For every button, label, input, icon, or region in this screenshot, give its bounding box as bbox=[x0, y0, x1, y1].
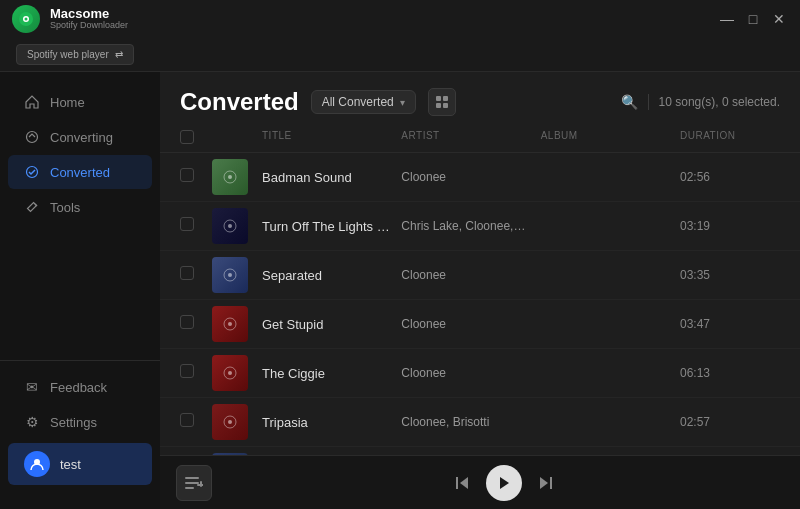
track-title-3: Separated bbox=[262, 268, 401, 283]
page-title: Converted bbox=[180, 88, 299, 116]
app-branding: Macsome Spotify Downloader bbox=[0, 5, 128, 33]
row-checkbox-col bbox=[180, 413, 212, 431]
table-row[interactable]: Turn Off The Lights - Cloone… Chris Lake… bbox=[160, 202, 800, 251]
track-artist-5: Cloonee bbox=[401, 366, 540, 380]
titlebar: Macsome Spotify Downloader — □ ✕ bbox=[0, 0, 800, 38]
track-thumb-3 bbox=[212, 257, 262, 293]
table-row[interactable]: The Ciggie Cloonee 06:13 bbox=[160, 349, 800, 398]
track-thumb-6 bbox=[212, 404, 262, 440]
track-duration-2: 03:19 bbox=[680, 219, 780, 233]
track-thumb-5 bbox=[212, 355, 262, 391]
track-thumb-2 bbox=[212, 208, 262, 244]
table-row[interactable]: Separated Cloonee 03:35 bbox=[160, 251, 800, 300]
grid-view-button[interactable] bbox=[428, 88, 456, 116]
svg-rect-26 bbox=[185, 477, 199, 479]
track-table: TITLE ARTIST ALBUM DURATION Badman Sound… bbox=[160, 124, 800, 455]
svg-marker-34 bbox=[540, 477, 548, 489]
sidebar-user[interactable]: test bbox=[8, 443, 152, 485]
webplayer-label: Spotify web player bbox=[27, 49, 109, 60]
track-artist-1: Cloonee bbox=[401, 170, 540, 184]
thumb-col bbox=[212, 130, 262, 146]
track-rows: Badman Sound Cloonee 02:56 Turn Off The … bbox=[160, 153, 800, 455]
track-title-4: Get Stupid bbox=[262, 317, 401, 332]
filter-label: All Converted bbox=[322, 95, 394, 109]
track-checkbox-5[interactable] bbox=[180, 364, 194, 378]
sidebar-item-converted[interactable]: Converted bbox=[8, 155, 152, 189]
track-checkbox-4[interactable] bbox=[180, 315, 194, 329]
sidebar-item-tools[interactable]: Tools bbox=[8, 190, 152, 224]
player-bar bbox=[160, 455, 800, 509]
sidebar-label-tools: Tools bbox=[50, 200, 80, 215]
play-button[interactable] bbox=[486, 465, 522, 501]
maximize-button[interactable]: □ bbox=[744, 10, 762, 28]
divider bbox=[648, 94, 649, 110]
feedback-icon: ✉ bbox=[24, 379, 40, 395]
table-row[interactable]: Tripasia Cloonee, Brisotti 02:57 bbox=[160, 398, 800, 447]
svg-point-19 bbox=[228, 371, 232, 375]
webplayer-icon: ⇄ bbox=[115, 49, 123, 60]
album-art-2 bbox=[212, 208, 248, 244]
minimize-button[interactable]: — bbox=[718, 10, 736, 28]
sidebar-item-home[interactable]: Home bbox=[8, 85, 152, 119]
main-layout: Home Converting Converted Tools ✉ Feedba… bbox=[0, 72, 800, 509]
svg-marker-33 bbox=[500, 477, 509, 489]
svg-point-21 bbox=[228, 420, 232, 424]
svg-point-17 bbox=[228, 322, 232, 326]
album-art-4 bbox=[212, 306, 248, 342]
sidebar-item-converting[interactable]: Converting bbox=[8, 120, 152, 154]
svg-rect-6 bbox=[436, 96, 441, 101]
track-artist-2: Chris Lake, Cloonee,… bbox=[401, 219, 540, 233]
track-checkbox-3[interactable] bbox=[180, 266, 194, 280]
webplayer-button[interactable]: Spotify web player ⇄ bbox=[16, 44, 134, 65]
player-controls bbox=[454, 465, 554, 501]
track-checkbox-2[interactable] bbox=[180, 217, 194, 231]
svg-rect-35 bbox=[550, 477, 552, 489]
filter-dropdown[interactable]: All Converted ▾ bbox=[311, 90, 416, 114]
svg-rect-27 bbox=[185, 482, 199, 484]
row-checkbox-col bbox=[180, 364, 212, 382]
add-to-queue-button[interactable] bbox=[176, 465, 212, 501]
select-all-col bbox=[180, 130, 212, 146]
track-title-6: Tripasia bbox=[262, 415, 401, 430]
next-button[interactable] bbox=[538, 475, 554, 491]
svg-point-15 bbox=[228, 273, 232, 277]
converting-icon bbox=[24, 129, 40, 145]
svg-rect-9 bbox=[443, 103, 448, 108]
app-name: Macsome Spotify Downloader bbox=[50, 7, 128, 31]
table-row[interactable]: Badman Sound Cloonee 02:56 bbox=[160, 153, 800, 202]
sidebar: Home Converting Converted Tools ✉ Feedba… bbox=[0, 72, 160, 509]
duration-col-header: DURATION bbox=[680, 130, 780, 146]
table-row[interactable]: Get Stupid Cloonee 03:47 bbox=[160, 300, 800, 349]
app-logo bbox=[12, 5, 40, 33]
svg-point-13 bbox=[228, 224, 232, 228]
table-row[interactable]: Love You Like That Cloonee 02:55 bbox=[160, 447, 800, 455]
app-title: Macsome bbox=[50, 7, 128, 21]
search-icon[interactable]: 🔍 bbox=[621, 94, 638, 110]
select-all-checkbox[interactable] bbox=[180, 130, 194, 144]
sidebar-nav: Home Converting Converted Tools bbox=[0, 84, 160, 352]
svg-rect-8 bbox=[436, 103, 441, 108]
sidebar-item-feedback[interactable]: ✉ Feedback bbox=[8, 370, 152, 404]
row-checkbox-col bbox=[180, 168, 212, 186]
album-art-6 bbox=[212, 404, 248, 440]
artist-col-header: ARTIST bbox=[401, 130, 540, 146]
sidebar-label-home: Home bbox=[50, 95, 85, 110]
svg-rect-30 bbox=[197, 484, 203, 486]
content-header: Converted All Converted ▾ 🔍 10 bbox=[160, 72, 800, 124]
content-header-right: 🔍 10 song(s), 0 selected. bbox=[621, 94, 780, 110]
sidebar-label-converted: Converted bbox=[50, 165, 110, 180]
track-checkbox-6[interactable] bbox=[180, 413, 194, 427]
sidebar-item-settings[interactable]: ⚙ Settings bbox=[8, 405, 152, 439]
album-col-header: ALBUM bbox=[541, 130, 680, 146]
svg-point-3 bbox=[27, 132, 38, 143]
row-checkbox-col bbox=[180, 315, 212, 333]
album-art-1 bbox=[212, 159, 248, 195]
chevron-down-icon: ▾ bbox=[400, 97, 405, 108]
close-button[interactable]: ✕ bbox=[770, 10, 788, 28]
prev-button[interactable] bbox=[454, 475, 470, 491]
track-checkbox-1[interactable] bbox=[180, 168, 194, 182]
window-controls: — □ ✕ bbox=[718, 10, 788, 28]
track-duration-1: 02:56 bbox=[680, 170, 780, 184]
track-duration-6: 02:57 bbox=[680, 415, 780, 429]
track-duration-5: 06:13 bbox=[680, 366, 780, 380]
